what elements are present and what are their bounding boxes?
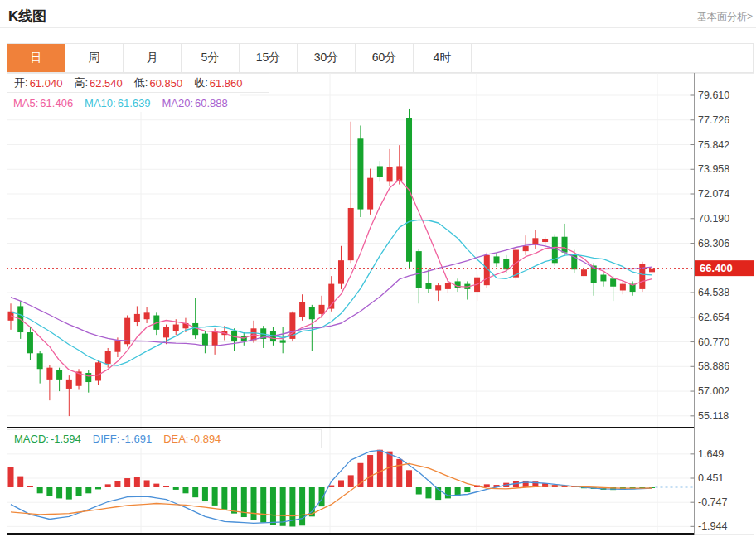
candle-body	[338, 260, 344, 283]
candle-body	[357, 138, 363, 209]
macd-bar	[309, 487, 315, 516]
macd-bar	[153, 484, 159, 487]
macd-bar	[523, 481, 529, 487]
macd-bar	[173, 487, 179, 490]
candle-body	[387, 167, 393, 181]
macd-bar	[124, 478, 130, 487]
candle-body	[299, 302, 305, 317]
diff-value-label: DIFF:	[93, 433, 120, 445]
candle-body	[425, 283, 431, 289]
axis-tick-label: 75.842	[698, 139, 729, 151]
candle-body	[435, 285, 441, 290]
candle-body	[445, 283, 451, 289]
macd-bar	[85, 487, 91, 493]
ma-info-bar: MA5:61.406MA10:61.639MA20:60.888	[7, 94, 240, 112]
axis-tick-label: 0.451	[698, 472, 724, 484]
macd-bar	[95, 487, 101, 489]
macd-bar	[387, 452, 393, 487]
candle-body	[620, 284, 626, 291]
macd-info-bar: MACD:-1.594DIFF:-1.691DEA:-0.894	[7, 429, 322, 448]
ohlc-close-label: 收:	[194, 75, 208, 90]
macd-bar	[182, 487, 188, 493]
candle-body	[56, 370, 62, 380]
axis-tick-label: 57.002	[698, 385, 729, 397]
candle-body	[367, 178, 373, 210]
candle-body	[202, 334, 208, 346]
candle-body	[610, 278, 616, 286]
ohlc-low: 60.850	[149, 77, 182, 90]
candle-body	[600, 275, 606, 282]
macd-bar	[17, 477, 23, 487]
macd-bar	[367, 455, 373, 487]
candle-body	[144, 312, 150, 319]
dea-line	[11, 463, 652, 515]
axis-tick-label: 1.649	[698, 448, 724, 460]
candle-body	[27, 332, 33, 353]
candle-body	[66, 380, 72, 389]
candle-body	[523, 246, 529, 251]
ohlc-high-label: 高:	[74, 75, 88, 90]
macd-bar	[231, 487, 237, 514]
candle-body	[581, 269, 587, 276]
macd-bar	[299, 487, 305, 525]
axis-tick-label: 73.958	[698, 163, 729, 175]
dea-value: -0.894	[190, 433, 220, 445]
axis-tick-label: 60.770	[698, 336, 729, 348]
macd-bar	[251, 487, 257, 520]
macd-bar	[416, 487, 422, 495]
candle-body	[280, 341, 286, 343]
macd-bar	[396, 459, 402, 487]
candle-body	[416, 251, 422, 288]
candle-body	[95, 362, 101, 380]
candle-body	[173, 325, 179, 331]
candle-body	[134, 314, 140, 322]
macd-bar	[163, 486, 169, 487]
axis-tick-label: 55.118	[698, 410, 729, 422]
macd-bar	[221, 487, 227, 510]
ohlc-info-bar: 开:61.040高:62.540低:60.850收:61.860	[7, 73, 269, 93]
macd-bar	[270, 487, 276, 525]
axis-tick-label: 77.726	[698, 114, 729, 126]
axis-tick-label: 68.306	[698, 238, 729, 249]
ma10-value-label: MA10:	[85, 97, 116, 109]
macd-bar	[8, 467, 14, 487]
macd-value: -1.594	[51, 433, 81, 445]
axis-tick-label: -0.747	[698, 496, 727, 508]
macd-value-label: MACD:	[14, 433, 49, 445]
macd-bar	[114, 481, 120, 487]
candle-body	[85, 373, 91, 382]
macd-bar	[212, 487, 218, 506]
candle-body	[348, 208, 354, 260]
axis-tick-label: 72.074	[698, 188, 729, 200]
macd-bar	[425, 487, 431, 498]
axis-tick-label: -1.944	[698, 520, 727, 532]
ohlc-high: 62.540	[90, 77, 123, 90]
ma5-value-label: MA5:	[13, 97, 38, 109]
ma20-value: 60.888	[195, 97, 228, 109]
kline-page: K线图 基本面分析> 日周月5分15分30分60分4时 66.40079.610…	[0, 0, 756, 537]
macd-bar	[445, 487, 451, 498]
candle-body	[513, 250, 519, 278]
macd-bar	[37, 487, 43, 493]
macd-bar	[377, 450, 383, 487]
macd-bar	[46, 487, 52, 496]
candle-body	[212, 331, 218, 345]
candle-body	[319, 305, 325, 314]
diff-value: -1.691	[121, 433, 152, 445]
macd-bar	[202, 487, 208, 501]
macd-bar	[319, 487, 325, 506]
candle-body	[309, 307, 315, 319]
candle-body	[105, 351, 111, 364]
macd-bar	[144, 480, 150, 487]
macd-bar	[56, 487, 62, 498]
axis-tick-label: 58.886	[698, 360, 729, 372]
candle-body	[494, 256, 500, 263]
candle-body	[649, 268, 655, 273]
macd-bar	[260, 487, 266, 523]
candle-body	[163, 327, 169, 338]
ohlc-low-label: 低:	[134, 75, 148, 90]
axis-tick-label: 79.610	[698, 90, 729, 101]
candle-body	[396, 166, 402, 180]
macd-bar	[338, 480, 344, 487]
candle-body	[37, 353, 43, 369]
